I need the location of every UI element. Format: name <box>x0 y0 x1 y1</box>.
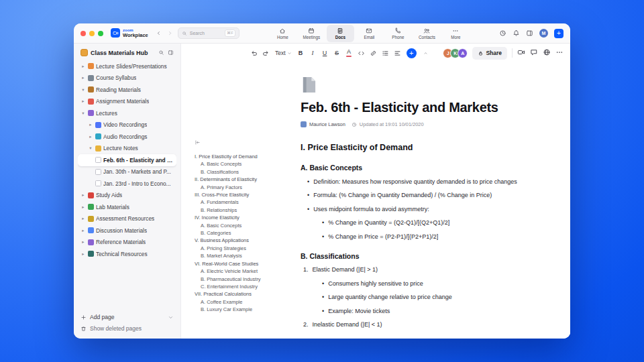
sidebar-item-reading-materials[interactable]: ▾Reading Materials <box>78 84 176 96</box>
underline-button[interactable]: U <box>319 47 331 59</box>
sidebar-item-lab-materials[interactable]: ▸Lab Materials <box>78 201 176 213</box>
show-deleted-pages-button[interactable]: Show deleted pages <box>80 325 174 332</box>
outline-item-a-electric-vehicle-market[interactable]: A. Electric Vehicle Market <box>195 267 288 275</box>
document-canvas[interactable]: I. Price Elasticity of DemandA. Basic Co… <box>181 62 570 339</box>
align-button[interactable] <box>392 47 403 59</box>
collapse-outline-button[interactable] <box>195 136 288 148</box>
chevron-down-icon[interactable]: ▾ <box>80 111 86 116</box>
chevron-right-icon[interactable]: ▸ <box>80 64 86 69</box>
outline-item-a-basic-concepts[interactable]: A. Basic Concepts <box>195 160 288 168</box>
outline-item-vi-real-world-case-studies[interactable]: VI. Real-World Case Studies <box>195 260 288 267</box>
outline-item-a-pricing-strategies[interactable]: A. Pricing Strategies <box>195 245 288 252</box>
undo-button[interactable] <box>248 47 260 59</box>
outline-item-iv-income-elasticity[interactable]: IV. Income Elasticity <box>195 214 288 221</box>
sidebar-item-video-recordings[interactable]: ▸Video Recordings <box>78 119 176 131</box>
tab-more[interactable]: More <box>442 25 470 42</box>
tab-meetings[interactable]: Meetings <box>298 25 325 42</box>
chevron-right-icon[interactable]: ▸ <box>80 228 86 233</box>
chevron-right-icon[interactable]: ▸ <box>80 251 86 257</box>
sidebar-search-icon[interactable] <box>158 50 164 56</box>
code-button[interactable] <box>356 47 367 59</box>
sidebar-collapse-icon[interactable] <box>168 50 174 56</box>
redo-button[interactable] <box>260 47 272 59</box>
outline-item-ii-determinants-of-elasticity[interactable]: II. Determinants of Elasticity <box>195 176 288 183</box>
outline-item-b-pharmaceutical-industry[interactable]: B. Pharmaceutical Industry <box>195 276 288 283</box>
sidebar-item-feb-6th-elasticity-and-m[interactable]: Feb. 6th - Elasticity and M... <box>78 154 176 166</box>
more-options-button[interactable] <box>555 47 564 59</box>
outline-item-a-fundamentals[interactable]: A. Fundamentals <box>195 198 288 206</box>
tab-email[interactable]: Email <box>356 25 383 42</box>
sidebar-item-lectures[interactable]: ▾Lectures <box>78 107 176 119</box>
outline-item-c-entertainment-industry[interactable]: C. Entertainment Industry <box>195 283 288 290</box>
sidebar-item-assessment-resources[interactable]: ▸Assessment Resources <box>78 213 176 225</box>
outline-item-b-classifications[interactable]: B. Classifications <box>195 168 288 176</box>
language-button[interactable] <box>543 47 551 59</box>
tab-phone[interactable]: Phone <box>384 25 412 42</box>
add-page-chevron-icon[interactable] <box>168 314 174 320</box>
new-item-plus-button[interactable]: + <box>554 29 564 38</box>
link-button[interactable] <box>368 47 379 59</box>
nav-back-button[interactable] <box>156 30 162 36</box>
chevron-right-icon[interactable]: ▸ <box>80 75 86 80</box>
bold-button[interactable]: B <box>295 47 307 59</box>
outline-item-a-coffee-example[interactable]: A. Coffee Example <box>195 298 288 306</box>
nav-forward-button[interactable] <box>167 30 173 36</box>
document-title[interactable]: Feb. 6th - Elasticity and Markets <box>301 100 526 115</box>
sidebar-item-lecture-slides-presentations[interactable]: ▸Lecture Slides/Presentations <box>78 60 176 72</box>
chevron-right-icon[interactable]: ▸ <box>88 122 93 127</box>
share-button[interactable]: Share <box>472 47 507 60</box>
sidebar-item-study-aids[interactable]: ▸Study Aids <box>78 190 176 202</box>
outline-item-iii-cross-price-elasticity[interactable]: III. Cross-Price Elasticity <box>195 191 288 198</box>
close-window-button[interactable] <box>80 31 86 36</box>
document-page-icon[interactable] <box>301 76 317 94</box>
add-page-button[interactable]: Add page <box>80 314 174 320</box>
outline-item-i-price-elasticity-of-demand[interactable]: I. Price Elasticity of Demand <box>195 153 288 160</box>
sidebar-item-jan-30th-markets-and-p[interactable]: Jan. 30th - Markets and P... <box>78 166 176 178</box>
chevron-right-icon[interactable]: ▸ <box>80 192 86 198</box>
chevron-right-icon[interactable]: ▸ <box>80 239 86 245</box>
text-color-button[interactable]: A <box>343 47 355 59</box>
sidebar-item-lecture-notes[interactable]: ▾Lecture Notes <box>78 143 176 155</box>
chevron-down-icon[interactable]: ▾ <box>88 145 93 151</box>
sidebar-item-reference-materials[interactable]: ▸Reference Materials <box>78 237 176 249</box>
tab-home[interactable]: Home <box>269 25 297 42</box>
side-panel-toggle-icon[interactable] <box>526 29 533 37</box>
docs-icon <box>337 27 343 34</box>
sidebar-item-audio-recordings[interactable]: ▸Audio Recordings <box>78 131 176 143</box>
italic-button[interactable]: I <box>307 47 319 59</box>
sidebar-item-discussion-materials[interactable]: ▸Discussion Materials <box>78 225 176 237</box>
tab-docs[interactable]: Docs <box>327 25 354 42</box>
user-avatar[interactable]: M <box>539 29 548 38</box>
outline-item-b-categories[interactable]: B. Categories <box>195 229 288 237</box>
collaborator-avatar[interactable]: A <box>458 48 468 58</box>
bullet-list-button[interactable] <box>380 47 391 59</box>
start-video-button[interactable] <box>517 47 525 59</box>
chevron-right-icon[interactable]: ▸ <box>80 204 86 210</box>
text-style-dropdown[interactable]: Text <box>272 47 294 59</box>
collapse-toolbar-button[interactable] <box>420 47 431 59</box>
chevron-right-icon[interactable]: ▸ <box>80 216 86 221</box>
outline-item-a-basic-concepts[interactable]: A. Basic Concepts <box>195 222 288 229</box>
comments-button[interactable] <box>530 47 538 59</box>
outline-item-b-luxury-car-example[interactable]: B. Luxury Car Example <box>195 306 288 313</box>
outline-item-v-business-applications[interactable]: V. Business Applications <box>195 237 288 244</box>
outline-item-b-market-analysis[interactable]: B. Market Analysis <box>195 252 288 259</box>
chevron-right-icon[interactable]: ▸ <box>80 99 86 104</box>
history-icon[interactable] <box>499 29 506 37</box>
insert-block-button[interactable]: + <box>407 48 417 58</box>
tab-contacts[interactable]: Contacts <box>413 25 441 42</box>
chevron-down-icon[interactable]: ▾ <box>80 87 86 93</box>
sidebar-item-assignment-materials[interactable]: ▸Assignment Materials <box>78 96 176 108</box>
maximize-window-button[interactable] <box>98 31 103 36</box>
notifications-bell-icon[interactable] <box>513 29 520 37</box>
outline-item-a-primary-factors[interactable]: A. Primary Factors <box>195 184 288 191</box>
outline-item-b-relationships[interactable]: B. Relationships <box>195 206 288 214</box>
chevron-right-icon[interactable]: ▸ <box>88 134 93 139</box>
global-search-input[interactable]: Search ⌘F <box>178 27 239 39</box>
strikethrough-button[interactable]: S <box>331 47 343 59</box>
minimize-window-button[interactable] <box>89 31 95 36</box>
sidebar-item-jan-23rd-intro-to-econo[interactable]: Jan. 23rd - Intro to Econo... <box>78 178 176 190</box>
outline-item-vii-practical-calculations[interactable]: VII. Practical Calculations <box>195 290 288 298</box>
sidebar-item-technical-resources[interactable]: ▸Technical Resources <box>78 248 176 260</box>
sidebar-item-course-syllabus[interactable]: ▸Course Syllabus <box>78 72 176 84</box>
